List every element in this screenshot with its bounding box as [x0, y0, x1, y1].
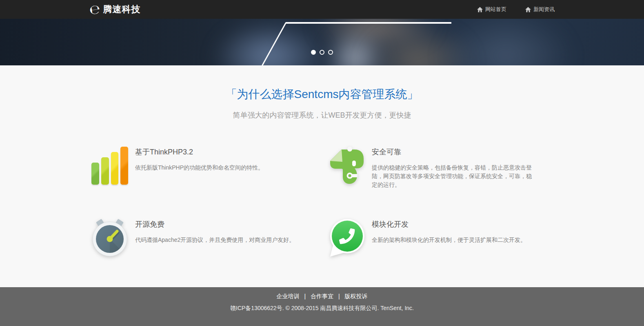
footer-link-training[interactable]: 企业培训 [277, 293, 300, 299]
home-icon [525, 7, 531, 12]
footer-link-copyright-complaint[interactable]: 版权投诉 [344, 293, 367, 299]
carousel-dot-3[interactable] [328, 50, 333, 55]
carousel-dot-1[interactable] [311, 50, 316, 55]
hero-carousel [0, 19, 644, 65]
feature-desc: 全新的架构和模块化的开发机制，便于灵活扩展和二次开发。 [372, 236, 526, 244]
feature-title: 开源免费 [135, 219, 295, 229]
carousel-dot-2[interactable] [320, 50, 324, 55]
nav-item-home[interactable]: 网站首页 [477, 6, 506, 13]
bar-chart-bar [91, 163, 99, 185]
feature-secure: 安全可靠 提供的稳健的安全策略，包括备份恢复，容错，防止恶意攻击登陆，网页防篡改… [326, 145, 555, 189]
top-navbar: ℮ 腾速科技 网站首页 新闻资讯 [0, 0, 644, 19]
feature-modular: 模块化开发 全新的架构和模块化的开发机制，便于灵活扩展和二次开发。 [326, 218, 555, 257]
feature-desc: 代码遵循Apache2开源协议，并且免费使用，对商业用户友好。 [135, 236, 295, 244]
hero-blur-shape [212, 21, 326, 65]
copyright-text: 赣ICP备13006622号. © 2008-2015 南昌腾速科技有限公司. … [0, 305, 644, 312]
feature-thinkphp: 基于ThinkPHP3.2 依托新版ThinkPHP的功能优势和命名空间的特性。 [89, 145, 318, 189]
section-subtitle: 简单强大的内容管理系统，让WEB开发更方便，更快捷 [0, 110, 644, 120]
home-icon [477, 7, 483, 12]
why-section: 「为什么选择Sentcms内容管理系统」 简单强大的内容管理系统，让WEB开发更… [0, 65, 644, 287]
bar-chart-bar [101, 157, 109, 185]
main-nav: 网站首页 新闻资讯 [477, 6, 555, 13]
nav-item-label: 新闻资讯 [533, 6, 555, 13]
footer-separator: | [304, 293, 306, 299]
feature-grid: 基于ThinkPHP3.2 依托新版ThinkPHP的功能优势和命名空间的特性。 [89, 145, 555, 257]
feature-title: 模块化开发 [372, 219, 526, 229]
hero-blur-shape [437, 19, 575, 65]
brand-name: 腾速科技 [103, 3, 141, 16]
section-title: 「为什么选择Sentcms内容管理系统」 [0, 65, 644, 102]
bar-chart-icon [89, 145, 130, 185]
elephant-icon [326, 145, 367, 185]
hero-horizontal-line [286, 22, 451, 24]
page: ℮ 腾速科技 网站首页 新闻资讯 [0, 0, 644, 326]
feature-opensource: 开源免费 代码遵循Apache2开源协议，并且免费使用，对商业用户友好。 [89, 218, 318, 257]
footer-separator: | [338, 293, 340, 299]
brand-logo[interactable]: ℮ 腾速科技 [89, 3, 141, 16]
footer-links: 企业培训 | 合作事宜 | 版权投诉 [0, 293, 644, 300]
nav-item-label: 网站首页 [485, 6, 506, 13]
footer: 企业培训 | 合作事宜 | 版权投诉 赣ICP备13006622号. © 200… [0, 287, 644, 326]
logo-icon: ℮ [89, 2, 101, 16]
feature-title: 基于ThinkPHP3.2 [135, 147, 264, 157]
carousel-dots [0, 50, 644, 55]
stopwatch-icon [89, 218, 130, 257]
bar-chart-bar [111, 152, 119, 185]
nav-item-news[interactable]: 新闻资讯 [525, 6, 555, 13]
feature-title: 安全可靠 [372, 147, 535, 157]
feature-desc: 提供的稳健的安全策略，包括备份恢复，容错，防止恶意攻击登陆，网页防篡改等多项安全… [372, 163, 535, 189]
bar-chart-bar [120, 147, 128, 185]
footer-link-cooperation[interactable]: 合作事宜 [311, 293, 333, 299]
feature-desc: 依托新版ThinkPHP的功能优势和命名空间的特性。 [135, 163, 264, 172]
whatsapp-icon [326, 218, 367, 257]
